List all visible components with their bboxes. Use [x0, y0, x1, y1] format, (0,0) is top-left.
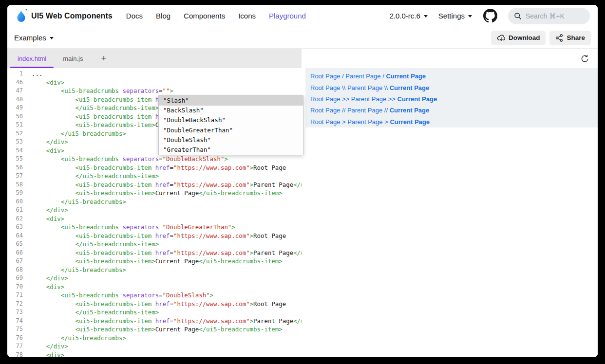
code-line: 59 <ui5-breadcrumbs-item>Current Page</u…	[7, 189, 302, 198]
code-line: 46 <div>	[7, 78, 302, 87]
autocomplete-option[interactable]: "GreaterThan"	[159, 145, 303, 155]
breadcrumb-separator: >	[383, 118, 390, 126]
breadcrumb-current: Current Page	[386, 73, 426, 80]
line-number: 62	[7, 215, 23, 223]
breadcrumb-separator: /	[381, 73, 386, 80]
breadcrumb-link[interactable]: Root Page	[310, 107, 340, 114]
breadcrumb-separator: \\	[382, 84, 389, 91]
code-line: 61 </div>	[7, 206, 302, 215]
examples-dropdown[interactable]: Examples	[14, 34, 54, 42]
toolbar-actions: Download Share	[491, 31, 591, 45]
breadcrumb-link[interactable]: Parent Page	[347, 107, 382, 114]
editor-tab-index-html[interactable]: index.html	[9, 49, 55, 68]
line-number: 48	[7, 95, 23, 104]
version-label: 2.0.0-rc.6	[389, 12, 420, 20]
breadcrumb-link[interactable]: Root Page	[310, 118, 340, 126]
editor-tab-main-js[interactable]: main.js	[55, 49, 91, 68]
code-line: 55 <ui5-breadcrumbs separators="DoubleBa…	[7, 155, 302, 164]
line-number: 73	[7, 308, 23, 317]
code-line: 63 <ui5-breadcrumbs separators="DoubleGr…	[7, 223, 302, 232]
autocomplete-option[interactable]: "Slash"	[159, 96, 303, 106]
code-line: 68 </ui5-breadcrumbs>	[7, 266, 302, 274]
settings-dropdown[interactable]: Settings	[438, 12, 472, 20]
line-number: 74	[7, 317, 23, 326]
breadcrumb-separator: //	[382, 107, 389, 114]
autocomplete-option[interactable]: "DoubleGreaterThan"	[159, 126, 303, 135]
line-number: 77	[7, 342, 23, 351]
breadcrumb-current: Current Page	[390, 84, 430, 91]
new-tab-button[interactable]: +	[94, 49, 113, 68]
examples-toolbar: Examples Download Shar	[7, 27, 598, 49]
breadcrumb-row: Root Page / Parent Page / Current Page	[310, 71, 598, 82]
download-button[interactable]: Download	[491, 31, 546, 45]
line-number: 46	[7, 78, 23, 87]
nav-item-playground[interactable]: Playground	[269, 12, 306, 20]
code-line: 1...	[7, 70, 302, 78]
line-number: 54	[7, 146, 23, 155]
breadcrumb-separator: >	[340, 118, 347, 126]
code-line: 67 <ui5-breadcrumbs-item>Current Page</u…	[7, 257, 302, 266]
line-number: 70	[7, 283, 23, 291]
code-line: 64 <ui5-breadcrumbs-item href="https://w…	[7, 232, 302, 240]
search-icon	[514, 12, 522, 20]
code-line: 78 <div>	[7, 351, 302, 358]
code-line: 65 </ui5-breadcrumbs-item>	[7, 240, 302, 249]
line-number: 50	[7, 112, 23, 121]
nav-item-icons[interactable]: Icons	[238, 12, 256, 20]
share-button[interactable]: Share	[549, 31, 591, 45]
breadcrumb-link[interactable]: Parent Page	[351, 95, 386, 103]
line-number: 71	[7, 291, 23, 300]
refresh-icon	[581, 55, 589, 63]
line-number: 66	[7, 249, 23, 257]
autocomplete-option[interactable]: "DoubleBackSlash"	[159, 115, 303, 125]
nav-item-blog[interactable]: Blog	[156, 12, 170, 20]
app-window: UI5 Web Components DocsBlogComponentsIco…	[7, 5, 598, 357]
breadcrumb-row: Root Page >> Parent Page >> Current Page	[310, 93, 598, 105]
code-line: 56 <ui5-breadcrumbs-item href="https://w…	[7, 164, 302, 172]
line-number: 57	[7, 172, 23, 181]
breadcrumb-link[interactable]: Root Page	[310, 73, 340, 80]
brand[interactable]: UI5 Web Components	[15, 9, 113, 23]
cloud-download-icon	[497, 34, 505, 42]
line-number: 1	[7, 70, 23, 78]
editor-tabbar: index.htmlmain.js+	[7, 49, 302, 68]
nav-item-components[interactable]: Components	[184, 12, 225, 20]
breadcrumb-separator: >>	[386, 95, 397, 103]
preview-pane: Root Page / Parent Page / Current PageRo…	[305, 49, 598, 357]
code-line: 60 </ui5-breadcrumbs>	[7, 198, 302, 206]
code-line: 71 <ui5-breadcrumbs separators="DoubleSl…	[7, 291, 302, 300]
code-line: 66 <ui5-breadcrumbs-item href="https://w…	[7, 249, 302, 257]
breadcrumb-row: Root Page \\ Parent Page \\ Current Page	[310, 82, 598, 93]
primary-nav: DocsBlogComponentsIconsPlayground	[126, 12, 306, 20]
breadcrumb-link[interactable]: Parent Page	[345, 73, 380, 80]
breadcrumb-current: Current Page	[390, 107, 430, 114]
code-line: 74 <ui5-breadcrumbs-item href="https://w…	[7, 317, 302, 326]
line-number: 67	[7, 257, 23, 266]
nav-item-docs[interactable]: Docs	[126, 12, 143, 20]
version-dropdown[interactable]: 2.0.0-rc.6	[389, 12, 427, 20]
breadcrumb-link[interactable]: Root Page	[310, 84, 340, 91]
line-number: 76	[7, 334, 23, 343]
preview-toolbar	[305, 49, 598, 68]
line-number: 63	[7, 223, 23, 232]
code-line: 62 <div>	[7, 215, 302, 223]
ui5-flame-logo-icon	[15, 9, 27, 23]
autocomplete-option[interactable]: "BackSlash"	[159, 106, 303, 115]
autocomplete-option[interactable]: "DoubleSlash"	[159, 135, 303, 145]
code-line: 72 <ui5-breadcrumbs-item href="https://w…	[7, 300, 302, 309]
breadcrumb-separator: //	[340, 107, 347, 114]
breadcrumb-row: Root Page > Parent Page > Current Page	[310, 116, 598, 127]
breadcrumb-separator: /	[340, 73, 345, 80]
line-number: 47	[7, 87, 23, 95]
refresh-button[interactable]	[579, 53, 590, 64]
breadcrumb-link[interactable]: Parent Page	[347, 84, 382, 91]
breadcrumb-link[interactable]: Parent Page	[347, 118, 382, 126]
search-input[interactable]: Search ⌘+K	[508, 8, 590, 24]
preview-empty-area	[305, 127, 598, 357]
top-navbar: UI5 Web Components DocsBlogComponentsIco…	[7, 5, 598, 27]
breadcrumb-separator: >>	[340, 95, 351, 103]
breadcrumb-link[interactable]: Root Page	[310, 95, 340, 103]
github-link[interactable]	[483, 9, 497, 23]
share-icon	[555, 34, 563, 42]
code-line: 77 </div>	[7, 342, 302, 351]
